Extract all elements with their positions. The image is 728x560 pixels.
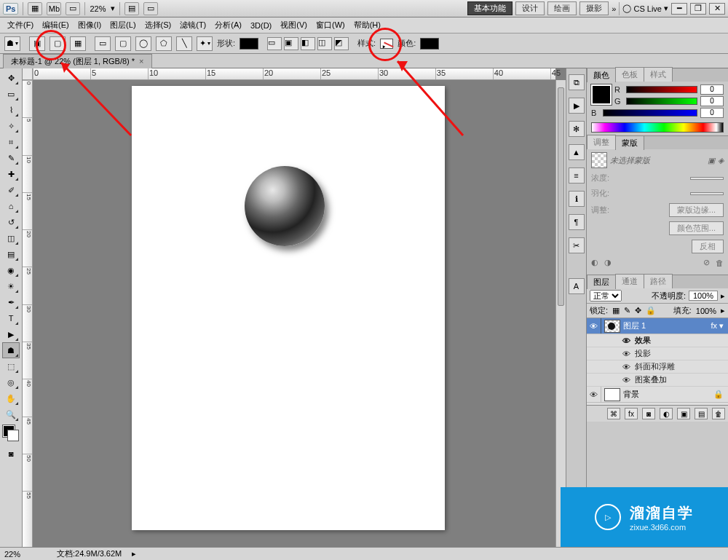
- color-swatches[interactable]: [3, 425, 19, 441]
- shape-layers-mode[interactable]: ▣: [29, 36, 45, 51]
- history-panel-icon[interactable]: ⧉: [569, 74, 585, 90]
- marquee-tool-icon[interactable]: ▭: [2, 86, 20, 102]
- workspace-essentials[interactable]: 基本功能: [467, 1, 513, 15]
- cslive-button[interactable]: ◯ CS Live ▾: [622, 4, 668, 13]
- mask-apply-icon[interactable]: ◑: [604, 258, 612, 267]
- vertical-scrollbar[interactable]: [555, 80, 566, 547]
- link-layers-icon[interactable]: ⌘: [607, 408, 620, 419]
- type-tool-icon[interactable]: T: [2, 310, 20, 326]
- tab-swatches[interactable]: 色板: [615, 67, 644, 82]
- document-canvas[interactable]: [132, 86, 445, 530]
- visibility-eye-icon[interactable]: 👁: [587, 318, 601, 334]
- screenmode-icon[interactable]: ▭: [143, 2, 158, 15]
- effects-header[interactable]: 👁效果: [587, 334, 728, 347]
- pathop-new[interactable]: ▭: [267, 37, 282, 50]
- workspace-paint[interactable]: 绘画: [547, 1, 577, 15]
- mask-disable-icon[interactable]: ⊘: [703, 258, 710, 267]
- style-picker[interactable]: [380, 39, 393, 49]
- eyedropper-tool-icon[interactable]: ✎: [2, 150, 20, 166]
- window-restore-icon[interactable]: ❐: [690, 3, 706, 15]
- actions-panel-icon[interactable]: ▶: [569, 98, 585, 114]
- lock-pixels-icon[interactable]: ✎: [624, 306, 630, 315]
- history-brush-tool-icon[interactable]: ↺: [2, 214, 20, 230]
- layer-list[interactable]: 👁 图层 1 fx ▾ 👁效果 👁投影 👁斜面和浮雕 👁图案叠加 👁 背景 🔒: [587, 318, 728, 406]
- b-value[interactable]: 0: [700, 108, 724, 118]
- effect-bevel[interactable]: 👁斜面和浮雕: [587, 360, 728, 374]
- dodge-tool-icon[interactable]: ☀: [2, 278, 20, 294]
- r-slider[interactable]: [626, 86, 697, 93]
- tab-adjust[interactable]: 调整: [587, 135, 616, 149]
- polygon-shape-icon[interactable]: ⬠: [156, 36, 172, 51]
- layer-thumb[interactable]: [604, 388, 620, 401]
- vector-mask-icon[interactable]: ◈: [718, 156, 724, 165]
- shape-picker[interactable]: [240, 38, 258, 50]
- fill-flyout-icon[interactable]: ▸: [721, 306, 725, 315]
- rect-shape-icon[interactable]: ▭: [95, 36, 111, 51]
- tab-styles[interactable]: 样式: [644, 67, 673, 82]
- hand-tool-icon[interactable]: ✋: [2, 390, 20, 406]
- menu-file[interactable]: 文件(F): [3, 18, 38, 32]
- tab-layers[interactable]: 图层: [587, 275, 616, 289]
- layer-fx-badge[interactable]: fx ▾: [711, 321, 728, 331]
- group-icon[interactable]: ▣: [677, 408, 690, 419]
- menu-3d[interactable]: 3D(D): [246, 20, 276, 31]
- healing-tool-icon[interactable]: ✚: [2, 166, 20, 182]
- custom-shape-icon[interactable]: ✦: [197, 36, 213, 51]
- r-value[interactable]: 0: [700, 84, 724, 95]
- color-spectrum[interactable]: [591, 122, 724, 133]
- menu-view[interactable]: 视图(V): [276, 18, 312, 32]
- lock-trans-icon[interactable]: ▦: [612, 306, 620, 315]
- workspace-photo[interactable]: 摄影: [579, 1, 609, 15]
- eraser-tool-icon[interactable]: ◫: [2, 230, 20, 246]
- fill-value[interactable]: 100%: [696, 307, 716, 315]
- quickselect-tool-icon[interactable]: ✧: [2, 118, 20, 134]
- tab-paths[interactable]: 路径: [644, 274, 673, 288]
- line-shape-icon[interactable]: ╲: [176, 36, 192, 51]
- layer-name[interactable]: 图层 1: [623, 320, 711, 331]
- color-picker[interactable]: [420, 38, 439, 50]
- visibility-eye-icon[interactable]: 👁: [587, 387, 601, 402]
- gradient-tool-icon[interactable]: ▤: [2, 246, 20, 262]
- delete-layer-icon[interactable]: 🗑: [712, 408, 725, 419]
- paths-mode[interactable]: ▢: [50, 36, 66, 51]
- layer-row-layer1[interactable]: 👁 图层 1 fx ▾: [587, 318, 728, 334]
- window-close-icon[interactable]: ✕: [709, 3, 725, 15]
- ruler-vertical[interactable]: 0 5 10 15 20 25 30 35 40 45 50 55: [23, 80, 33, 547]
- menu-window[interactable]: 窗口(W): [312, 18, 349, 32]
- workspace-overflow[interactable]: »: [612, 4, 616, 13]
- blur-tool-icon[interactable]: ◉: [2, 262, 20, 278]
- stamp-tool-icon[interactable]: ⌂: [2, 198, 20, 214]
- effect-pattern-overlay[interactable]: 👁图案叠加: [587, 374, 728, 387]
- brushes-panel-icon[interactable]: ✻: [569, 121, 585, 137]
- current-color-swatch[interactable]: [591, 84, 612, 105]
- minibridge-icon[interactable]: Mb: [47, 2, 61, 15]
- opacity-value[interactable]: 100%: [689, 291, 718, 301]
- 3dcamera-tool-icon[interactable]: ◎: [2, 374, 20, 390]
- mask-trash-icon[interactable]: 🗑: [716, 259, 724, 267]
- mask-edge-button[interactable]: 蒙版边缘...: [669, 203, 724, 217]
- clone-panel-icon[interactable]: ▲: [569, 144, 585, 160]
- status-zoom[interactable]: 22%: [4, 550, 47, 559]
- status-flyout-icon[interactable]: ▸: [132, 549, 136, 559]
- bridge-icon[interactable]: ▦: [28, 2, 42, 15]
- menu-select[interactable]: 选择(S): [141, 18, 176, 32]
- pathop-intersect[interactable]: ◫: [317, 37, 332, 50]
- quickmask-icon[interactable]: ◙: [2, 446, 20, 462]
- ruler-horizontal[interactable]: 0 5 10 15 20 25 30 35 40 45: [33, 68, 555, 80]
- roundrect-shape-icon[interactable]: ▢: [115, 36, 131, 51]
- layer-thumb[interactable]: [604, 320, 620, 333]
- b-slider[interactable]: [603, 109, 697, 117]
- pathop-add[interactable]: ▣: [284, 37, 298, 50]
- menu-analysis[interactable]: 分析(A): [210, 18, 246, 32]
- pathop-exclude[interactable]: ◩: [334, 37, 349, 50]
- status-docinfo[interactable]: 文档:24.9M/3.62M: [57, 548, 122, 559]
- document-tab[interactable]: 未标题-1 @ 22% (图层 1, RGB/8) * ×: [3, 54, 152, 68]
- layer-mask-icon[interactable]: ◙: [642, 408, 655, 419]
- tool-preset-picker[interactable]: ☗: [4, 36, 20, 51]
- character-panel-icon[interactable]: ¶: [569, 214, 585, 230]
- g-slider[interactable]: [626, 98, 697, 105]
- lasso-tool-icon[interactable]: ⌇: [2, 102, 20, 118]
- crop-tool-icon[interactable]: ⌗: [2, 134, 20, 150]
- window-minimize-icon[interactable]: ━: [671, 3, 687, 15]
- menu-filter[interactable]: 滤镜(T): [175, 18, 210, 32]
